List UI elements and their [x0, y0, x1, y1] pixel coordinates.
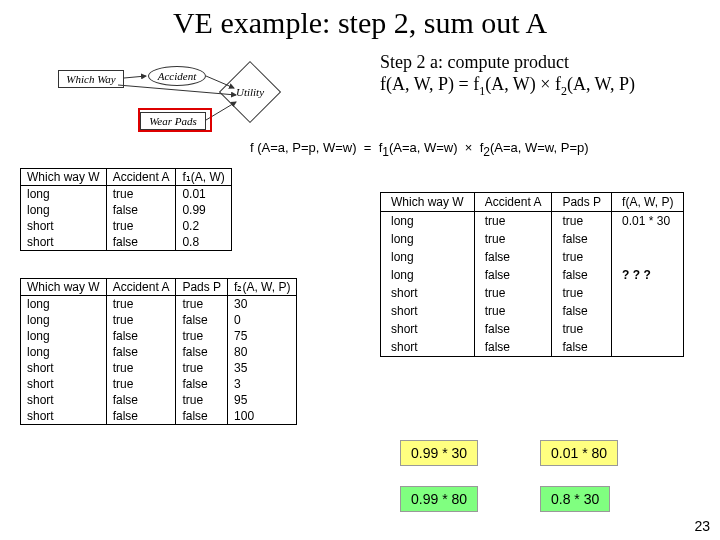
page-number: 23 — [694, 518, 710, 534]
node-which-way: Which Way — [58, 70, 124, 88]
node-accident: Accident — [148, 66, 206, 86]
step-line2-pre: f(A, W, P) = f — [380, 74, 479, 94]
table-f1: Which way WAccident Af₁(A, W) longtrue0.… — [20, 168, 232, 251]
node-utility: Utility — [219, 61, 281, 123]
table-product: Which way WAccident APads Pf(A, W, P) lo… — [380, 192, 684, 357]
table-f2: Which way WAccident APads Pf₂(A, W, P) l… — [20, 278, 297, 425]
slide-title: VE example: step 2, sum out A — [0, 0, 720, 40]
highlight-wear-pads — [138, 108, 212, 132]
svg-line-0 — [124, 76, 146, 78]
product-formula: f (A=a, P=p, W=w) = f1(A=a, W=w) × f2(A=… — [250, 140, 589, 159]
step-line2-post: (A, W, P) — [567, 74, 635, 94]
calc-3: 0.99 * 80 — [400, 486, 478, 512]
calc-2: 0.01 * 80 — [540, 440, 618, 466]
step-line2-mid: (A, W) × f — [485, 74, 561, 94]
calc-4: 0.8 * 30 — [540, 486, 610, 512]
svg-line-3 — [118, 85, 236, 95]
step-text: Step 2 a: compute product f(A, W, P) = f… — [380, 52, 710, 98]
calc-1: 0.99 * 30 — [400, 440, 478, 466]
step-line1: Step 2 a: compute product — [380, 52, 569, 72]
